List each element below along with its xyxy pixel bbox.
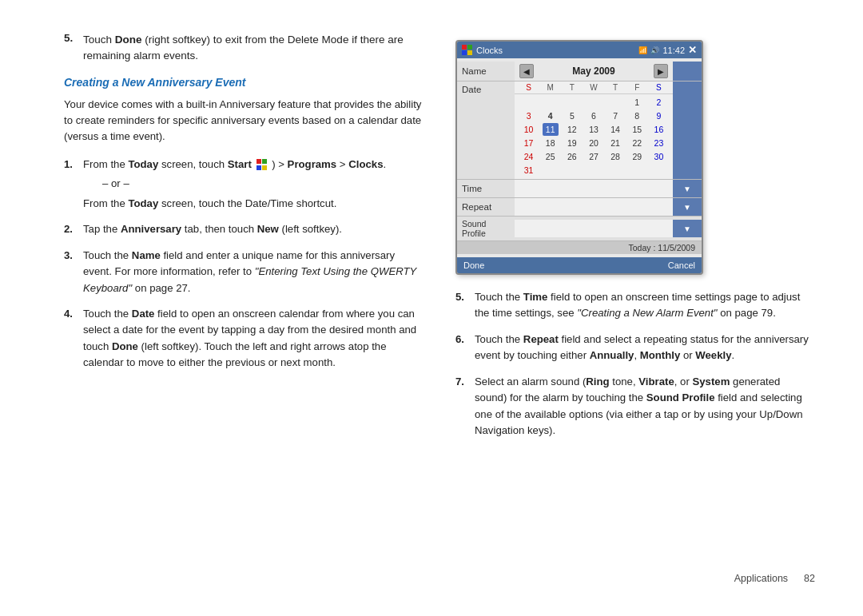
day-24[interactable]: 24 <box>521 150 537 163</box>
day-20[interactable]: 20 <box>586 137 602 149</box>
windows-logo-icon <box>257 159 268 170</box>
day-empty <box>586 164 602 177</box>
day-30[interactable]: 30 <box>650 150 666 163</box>
right-column: Clocks 📶 🔊 11:42 ✕ Name <box>455 32 815 565</box>
day-19[interactable]: 19 <box>564 137 580 149</box>
day-8[interactable]: 8 <box>629 109 645 122</box>
right-steps-list: 5. Touch the Time field to open an onscr… <box>455 289 815 439</box>
day-11-selected[interactable]: 11 <box>543 123 559 136</box>
close-button[interactable]: ✕ <box>688 44 697 56</box>
day-23[interactable]: 23 <box>650 137 666 149</box>
device-screenshot: Clocks 📶 🔊 11:42 ✕ Name <box>455 40 703 275</box>
date-side-col <box>673 81 702 179</box>
day-2[interactable]: 2 <box>650 96 666 109</box>
day-12[interactable]: 12 <box>564 123 580 136</box>
day-28[interactable]: 28 <box>607 150 623 163</box>
step-2: 2. Tap the Anniversary tab, then touch N… <box>64 221 424 237</box>
day-29[interactable]: 29 <box>629 150 645 163</box>
day-1[interactable]: 1 <box>629 96 645 109</box>
day-7[interactable]: 7 <box>607 109 623 122</box>
week-2: 3 4 5 6 7 8 9 <box>518 109 670 122</box>
time-row: Time ▼ <box>457 180 702 198</box>
month-year-label: May 2009 <box>572 66 614 77</box>
clock-time: 11:42 <box>662 46 685 55</box>
step-5-text: Touch Done (right softkey) to exit from … <box>83 32 424 65</box>
day-empty <box>607 164 623 177</box>
sound-row: Sound Profile ▼ <box>457 217 702 241</box>
signal-icon: 📶 <box>638 46 647 54</box>
wed-header: W <box>586 83 602 92</box>
right-step-5-text: Touch the Time field to open an onscreen… <box>475 289 815 322</box>
cancel-softkey[interactable]: Cancel <box>668 260 695 270</box>
week-5: 24 25 26 27 28 29 30 <box>518 150 670 163</box>
day-6[interactable]: 6 <box>586 109 602 122</box>
day-27[interactable]: 27 <box>586 150 602 163</box>
repeat-label: Repeat <box>457 200 515 214</box>
right-step-7: 7. Select an alarm sound (Ring tone, Vib… <box>455 374 815 439</box>
day-9[interactable]: 9 <box>650 109 666 122</box>
time-label: Time <box>457 181 515 196</box>
day-empty <box>629 164 645 177</box>
done-softkey[interactable]: Done <box>463 260 484 270</box>
day-17[interactable]: 17 <box>521 137 537 149</box>
step-3-content: Touch the Name field and enter a unique … <box>83 248 424 296</box>
day-5[interactable]: 5 <box>564 109 580 122</box>
repeat-dropdown[interactable]: ▼ <box>673 198 702 216</box>
day-empty <box>564 164 580 177</box>
step-1-number: 1. <box>64 157 77 212</box>
day-15[interactable]: 15 <box>629 123 645 136</box>
step-2-content: Tap the Anniversary tab, then touch New … <box>83 221 424 237</box>
day-empty <box>543 164 559 177</box>
step-4: 4. Touch the Date field to open an onscr… <box>64 306 424 372</box>
windows-start-logo <box>257 159 268 170</box>
left-column: 5. Touch Done (right softkey) to exit fr… <box>64 32 424 565</box>
day-empty <box>650 164 666 177</box>
day-10[interactable]: 10 <box>521 123 537 136</box>
day-empty <box>521 96 537 109</box>
week-1: 1 2 <box>518 96 670 109</box>
right-step-5: 5. Touch the Time field to open an onscr… <box>455 289 815 322</box>
time-field[interactable] <box>515 180 673 197</box>
name-side-col <box>673 62 702 81</box>
day-18[interactable]: 18 <box>543 137 559 149</box>
day-14[interactable]: 14 <box>607 123 623 136</box>
week-4: 17 18 19 20 21 22 23 <box>518 137 670 149</box>
intro-paragraph: Your device comes with a built-in Annive… <box>64 97 424 145</box>
day-22[interactable]: 22 <box>629 137 645 149</box>
sound-field[interactable] <box>515 220 673 237</box>
step-1-content: From the Today screen, touch Start ) > P… <box>83 157 424 212</box>
calendar-grid-area: S M T W T F S <box>515 81 673 179</box>
right-step-6: 6. Touch the Repeat field and select a r… <box>455 332 815 364</box>
day-16[interactable]: 16 <box>650 123 666 136</box>
step-4-number: 4. <box>64 306 77 372</box>
or-separator: – or – <box>102 176 424 192</box>
time-dropdown[interactable]: ▼ <box>673 180 702 197</box>
repeat-field[interactable] <box>515 198 673 216</box>
name-label: Name <box>457 64 515 78</box>
prev-month-button[interactable]: ◀ <box>519 64 534 78</box>
date-label: Date <box>457 81 515 179</box>
next-month-button[interactable]: ▶ <box>654 64 668 78</box>
repeat-row: Repeat ▼ <box>457 198 702 217</box>
step-5-intro: 5. Touch Done (right softkey) to exit fr… <box>64 32 424 65</box>
right-step-7-text: Select an alarm sound (Ring tone, Vibrat… <box>475 374 815 439</box>
name-row: Name ◀ May 2009 ▶ <box>457 62 702 81</box>
day-headers: S M T W T F S <box>515 81 673 94</box>
step-3: 3. Touch the Name field and enter a uniq… <box>64 248 424 296</box>
day-3[interactable]: 3 <box>521 109 537 122</box>
day-26[interactable]: 26 <box>564 150 580 163</box>
titlebar-windows-logo <box>462 45 473 56</box>
today-bar: Today : 11/5/2009 <box>457 241 702 254</box>
day-21[interactable]: 21 <box>607 137 623 149</box>
step-1: 1. From the Today screen, touch Start ) … <box>64 157 424 212</box>
calendar-grid: 1 2 3 4 5 6 7 8 <box>515 94 673 179</box>
page-footer: Applications 82 <box>64 565 815 584</box>
day-4[interactable]: 4 <box>543 109 559 122</box>
right-step-7-number: 7. <box>455 374 468 439</box>
sound-dropdown[interactable]: ▼ <box>673 220 702 237</box>
day-25[interactable]: 25 <box>543 150 559 163</box>
fri-header: F <box>629 83 645 92</box>
day-31[interactable]: 31 <box>521 164 537 177</box>
calendar-nav: ◀ May 2009 ▶ <box>519 64 668 78</box>
day-13[interactable]: 13 <box>586 123 602 136</box>
